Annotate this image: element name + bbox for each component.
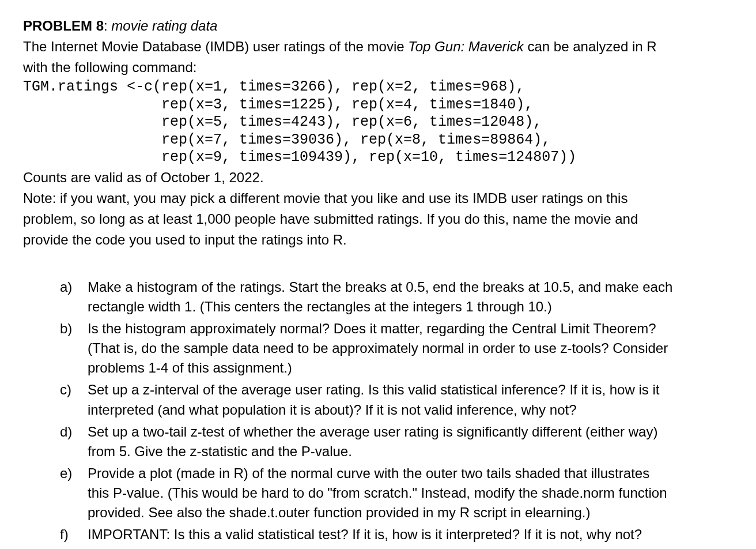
question-line: from 5. Give the z-statistic and the P-v…	[88, 442, 733, 461]
problem-heading: PROBLEM 8: movie rating data	[23, 16, 733, 36]
question-text: Is the histogram approximately normal? D…	[88, 319, 733, 378]
note-line2: problem, so long as at least 1,000 peopl…	[23, 209, 733, 229]
question-line: Make a histogram of the ratings. Start t…	[88, 277, 733, 297]
question-marker: b)	[60, 319, 88, 378]
question-item: c)Set up a z-interval of the average use…	[60, 380, 733, 419]
question-marker: c)	[60, 380, 88, 419]
question-line: Set up a two-tail z-test of whether the …	[88, 422, 733, 442]
question-item: f)IMPORTANT: Is this a valid statistical…	[60, 525, 733, 544]
question-marker: d)	[60, 422, 88, 461]
question-line: this P-value. (This would be hard to do …	[88, 483, 733, 503]
question-line: Set up a z-interval of the average user …	[88, 380, 733, 400]
page: PROBLEM 8: movie rating data The Interne…	[0, 0, 756, 549]
question-item: b)Is the histogram approximately normal?…	[60, 319, 733, 378]
intro-line1-pre: The Internet Movie Database (IMDB) user …	[23, 39, 408, 54]
counts-valid-line: Counts are valid as of October 1, 2022.	[23, 168, 733, 187]
question-marker: a)	[60, 277, 88, 317]
note-line3: provide the code you used to input the r…	[23, 230, 733, 250]
question-line: IMPORTANT: Is this a valid statistical t…	[88, 525, 733, 544]
question-line: provided. See also the shade.t.outer fun…	[88, 503, 733, 522]
problem-colon: :	[104, 18, 111, 33]
note-paragraph: Note: if you want, you may pick a differ…	[23, 189, 733, 250]
question-line: Is the histogram approximately normal? D…	[88, 319, 733, 339]
question-item: d)Set up a two-tail z-test of whether th…	[60, 422, 733, 461]
question-line: interpreted (and what population it is a…	[88, 400, 733, 420]
r-code-block: TGM.ratings <-c(rep(x=1, times=3266), re…	[23, 78, 733, 167]
problem-label: PROBLEM 8	[23, 18, 104, 33]
intro-line1-movie: Top Gun: Maverick	[408, 39, 524, 54]
problem-title: movie rating data	[111, 18, 217, 33]
question-text: Make a histogram of the ratings. Start t…	[88, 277, 733, 317]
question-line: Provide a plot (made in R) of the normal…	[88, 464, 733, 483]
note-line1: Note: if you want, you may pick a differ…	[23, 189, 733, 208]
question-text: Set up a two-tail z-test of whether the …	[88, 422, 733, 461]
question-text: Set up a z-interval of the average user …	[88, 380, 733, 419]
intro-line1-post: can be analyzed in R	[524, 39, 657, 54]
intro-line2: with the following command:	[23, 58, 733, 77]
question-text: Provide a plot (made in R) of the normal…	[88, 464, 733, 522]
question-line: rectangle width 1. (This centers the rec…	[88, 297, 733, 317]
question-item: a)Make a histogram of the ratings. Start…	[60, 277, 733, 317]
question-line: problems 1-4 of this assignment.)	[88, 358, 733, 378]
question-marker: f)	[60, 525, 88, 544]
question-line: (That is, do the sample data need to be …	[88, 339, 733, 358]
question-text: IMPORTANT: Is this a valid statistical t…	[88, 525, 733, 544]
questions-list: a)Make a histogram of the ratings. Start…	[23, 277, 733, 544]
question-marker: e)	[60, 464, 88, 522]
intro-paragraph: The Internet Movie Database (IMDB) user …	[23, 37, 733, 77]
question-item: e)Provide a plot (made in R) of the norm…	[60, 464, 733, 522]
